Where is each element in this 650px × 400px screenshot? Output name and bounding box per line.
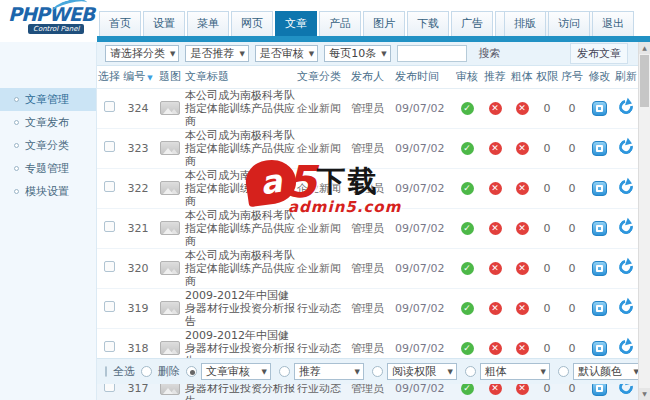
edit-button[interactable] [592, 181, 607, 196]
nav-tab[interactable]: 广告 [451, 11, 493, 36]
sidebar-item[interactable]: 文章管理 [0, 88, 96, 111]
column-header[interactable]: 发布时间 [395, 66, 453, 88]
action-radio[interactable] [558, 366, 569, 377]
column-header[interactable]: 修改 [585, 66, 614, 88]
sidebar-item[interactable]: 专题管理 [0, 157, 96, 180]
action-radio[interactable] [186, 366, 197, 377]
article-title-link[interactable]: 本公司成为南极科考队指定体能训练产品供应商 [185, 169, 297, 208]
rejected-icon[interactable]: ✕ [489, 262, 502, 275]
refresh-button[interactable] [616, 257, 635, 276]
footer-select[interactable]: 文章审核▼ [201, 363, 271, 380]
row-checkbox[interactable] [104, 101, 115, 112]
row-checkbox[interactable] [104, 341, 115, 352]
rejected-icon[interactable]: ✕ [516, 102, 529, 115]
column-header[interactable]: 序号 [559, 66, 585, 88]
scroll-up-icon[interactable]: ▲ [639, 42, 650, 54]
action-radio[interactable] [372, 366, 383, 377]
vertical-scrollbar[interactable]: ▲ ▼ [638, 42, 650, 400]
row-checkbox[interactable] [104, 141, 115, 152]
approved-icon[interactable]: ✓ [461, 342, 474, 355]
article-title-link[interactable]: 本公司成为南极科考队指定体能训练产品供应商 [185, 89, 297, 128]
refresh-button[interactable] [616, 97, 635, 116]
article-title-link[interactable]: 本公司成为南极科考队指定体能训练产品供应商 [185, 249, 297, 288]
edit-button[interactable] [592, 301, 607, 316]
row-checkbox[interactable] [104, 301, 115, 312]
refresh-button[interactable] [616, 217, 635, 236]
sort-icon[interactable]: ▼ [147, 74, 152, 82]
rejected-icon[interactable]: ✕ [516, 182, 529, 195]
refresh-button[interactable] [616, 337, 635, 356]
edit-button[interactable] [592, 141, 607, 156]
action-radio[interactable] [465, 366, 476, 377]
action-radio[interactable] [279, 366, 290, 377]
sidebar-item[interactable]: 文章发布 [0, 111, 96, 134]
filter-select[interactable]: 是否审核▼ [255, 45, 318, 62]
delete-radio[interactable] [141, 366, 152, 377]
approved-icon[interactable]: ✓ [461, 262, 474, 275]
footer-select[interactable]: 默认颜色▼ [573, 363, 643, 380]
nav-tab-right[interactable]: 退出 [592, 11, 634, 36]
column-header[interactable]: 选择 [97, 66, 121, 88]
rejected-icon[interactable]: ✕ [516, 262, 529, 275]
approved-icon[interactable]: ✓ [461, 102, 474, 115]
rejected-icon[interactable]: ✕ [489, 302, 502, 315]
rejected-icon[interactable]: ✕ [489, 102, 502, 115]
nav-tab[interactable]: 下载 [407, 11, 449, 36]
edit-button[interactable] [592, 341, 607, 356]
column-header[interactable]: 发布人 [351, 66, 395, 88]
nav-tab[interactable]: 产品 [319, 11, 361, 36]
column-header[interactable]: 题图 [155, 66, 185, 88]
nav-tab[interactable]: 首页 [99, 11, 141, 36]
rejected-icon[interactable]: ✕ [516, 222, 529, 235]
edit-button[interactable] [592, 261, 607, 276]
refresh-button[interactable] [616, 137, 635, 156]
column-header[interactable]: 文章分类 [297, 66, 351, 88]
select-all-checkbox[interactable] [105, 366, 107, 377]
column-header[interactable]: 粗体 [509, 66, 535, 88]
nav-tab[interactable]: 图片 [363, 11, 405, 36]
column-header[interactable]: 刷新 [614, 66, 638, 88]
rejected-icon[interactable]: ✕ [516, 302, 529, 315]
sidebar-item[interactable]: 文章分类 [0, 134, 96, 157]
nav-tab[interactable]: 菜单 [187, 11, 229, 36]
article-title-link[interactable]: 2009-2012年中国健身器材行业投资分析报告 [185, 289, 297, 328]
rejected-icon[interactable]: ✕ [516, 142, 529, 155]
rejected-icon[interactable]: ✕ [516, 342, 529, 355]
filter-select[interactable]: 每页10条▼ [324, 45, 390, 62]
scrollbar-thumb[interactable] [640, 55, 649, 107]
footer-select[interactable]: 粗体▼ [480, 363, 550, 380]
nav-tab[interactable]: 网页 [231, 11, 273, 36]
edit-button[interactable] [592, 221, 607, 236]
approved-icon[interactable]: ✓ [461, 142, 474, 155]
rejected-icon[interactable]: ✕ [489, 182, 502, 195]
rejected-icon[interactable]: ✕ [489, 342, 502, 355]
filter-select[interactable]: 是否推荐▼ [185, 45, 248, 62]
column-header[interactable]: 权限 [535, 66, 559, 88]
filter-select[interactable]: 请选择分类▼ [105, 45, 179, 62]
rejected-icon[interactable]: ✕ [489, 142, 502, 155]
nav-tab[interactable]: 文章 [275, 11, 317, 36]
article-title-link[interactable]: 本公司成为南极科考队指定体能训练产品供应商 [185, 209, 297, 248]
footer-select[interactable]: 推荐▼ [294, 363, 364, 380]
search-input[interactable] [397, 45, 467, 62]
edit-button[interactable] [592, 101, 607, 116]
column-header[interactable]: 审核 [453, 66, 481, 88]
row-checkbox[interactable] [104, 181, 115, 192]
sidebar-item[interactable]: 模块设置 [0, 180, 96, 203]
column-header[interactable]: 文章标题 [185, 66, 297, 88]
column-header[interactable]: 编号▼ [121, 66, 155, 88]
rejected-icon[interactable]: ✕ [489, 222, 502, 235]
row-checkbox[interactable] [104, 261, 115, 272]
scroll-down-icon[interactable]: ▼ [639, 388, 650, 400]
article-title-link[interactable]: 本公司成为南极科考队指定体能训练产品供应商 [185, 129, 297, 168]
approved-icon[interactable]: ✓ [461, 222, 474, 235]
row-checkbox[interactable] [104, 221, 115, 232]
footer-select[interactable]: 阅读权限▼ [387, 363, 457, 380]
refresh-button[interactable] [616, 297, 635, 316]
nav-tab-right[interactable]: 排版 [504, 11, 546, 36]
nav-tab[interactable]: 设置 [143, 11, 185, 36]
publish-article-button[interactable]: 发布文章 [570, 43, 628, 64]
approved-icon[interactable]: ✓ [461, 302, 474, 315]
refresh-button[interactable] [616, 177, 635, 196]
approved-icon[interactable]: ✓ [461, 182, 474, 195]
